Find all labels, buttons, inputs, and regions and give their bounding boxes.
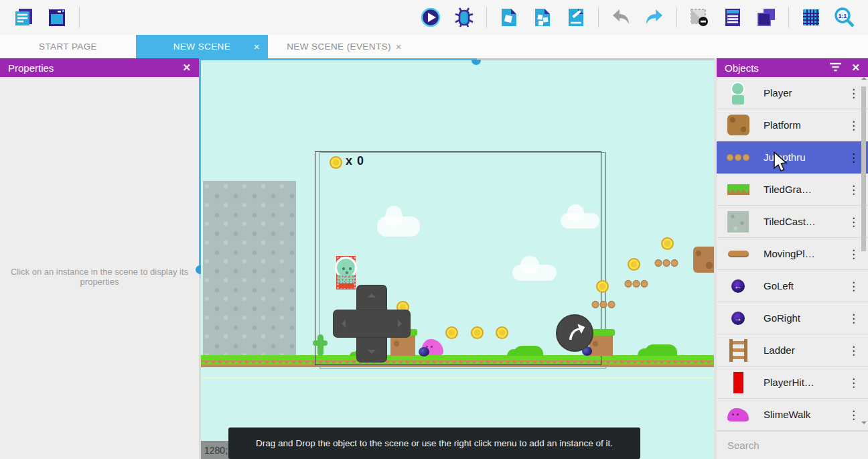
add-object-document-icon bbox=[498, 7, 520, 28]
coin-instance[interactable] bbox=[471, 326, 484, 339]
undo-button[interactable] bbox=[610, 7, 632, 28]
toolbar-separator bbox=[676, 7, 677, 27]
bush-instance[interactable] bbox=[645, 344, 677, 356]
object-list-item[interactable]: Ladder ⋮ bbox=[717, 334, 868, 367]
filter-icon[interactable] bbox=[829, 62, 842, 74]
main-toolbar: 1:1 bbox=[0, 0, 868, 35]
preview-play-button[interactable] bbox=[420, 7, 441, 28]
object-menu-icon[interactable]: ⋮ bbox=[848, 87, 859, 99]
project-manager-icon bbox=[13, 7, 34, 28]
jumpthru-instance[interactable] bbox=[624, 279, 648, 288]
object-menu-icon[interactable]: ⋮ bbox=[848, 151, 859, 163]
start-page-button[interactable] bbox=[46, 7, 68, 28]
svg-text:1:1: 1:1 bbox=[839, 13, 847, 19]
object-list-item[interactable]: SlimeWalk ⋮ bbox=[717, 399, 868, 431]
object-menu-icon[interactable]: ⋮ bbox=[848, 119, 859, 131]
object-list-item[interactable]: TiledGra… ⋮ bbox=[717, 174, 868, 206]
close-tab-icon[interactable]: × bbox=[254, 41, 260, 52]
tab-new-scene-events[interactable]: NEW SCENE (EVENTS)× bbox=[268, 35, 410, 58]
jumpthru-instance[interactable] bbox=[591, 300, 616, 309]
bush-instance[interactable] bbox=[514, 346, 543, 356]
object-menu-icon[interactable]: ⋮ bbox=[848, 280, 859, 291]
toolbar-separator bbox=[486, 7, 487, 27]
object-menu-icon[interactable]: ⋮ bbox=[848, 248, 859, 259]
coin-instance[interactable] bbox=[661, 237, 674, 250]
player-instance[interactable] bbox=[336, 256, 356, 289]
tab-new-scene[interactable]: NEW SCENE× bbox=[136, 35, 268, 58]
object-menu-icon[interactable]: ⋮ bbox=[848, 216, 859, 227]
coin-instance[interactable] bbox=[496, 326, 508, 339]
object-list-item[interactable]: Player ⋮ bbox=[717, 77, 868, 109]
delete-instances-button[interactable] bbox=[689, 7, 710, 28]
search-input[interactable] bbox=[726, 439, 862, 452]
object-list-item[interactable]: PlayerHit… ⋮ bbox=[717, 367, 868, 399]
platform-instance[interactable] bbox=[693, 247, 714, 273]
object-thumbnail-icon: ← bbox=[731, 279, 745, 293]
edit-document-icon bbox=[565, 7, 587, 28]
scrollbar-down-icon[interactable] bbox=[861, 421, 867, 424]
object-name-label: MovingPl… bbox=[764, 248, 815, 259]
object-list-item[interactable]: Jumpthru ⋮ bbox=[717, 141, 868, 174]
object-menu-icon[interactable]: ⋮ bbox=[848, 377, 859, 388]
dpad-right-arrow-icon bbox=[398, 320, 402, 328]
dirt-block-instance[interactable] bbox=[589, 334, 613, 356]
coin-instance[interactable] bbox=[628, 258, 640, 271]
objects-list: Player ⋮ Platform ⋮ Jumpthru ⋮ TiledGra…… bbox=[717, 77, 868, 431]
tab-label: START PAGE bbox=[39, 42, 97, 52]
object-menu-icon[interactable]: ⋮ bbox=[848, 184, 859, 195]
grid-button[interactable] bbox=[800, 7, 822, 28]
dpad-left-arrow-icon bbox=[342, 320, 346, 328]
jumpthru-instance[interactable] bbox=[654, 259, 678, 267]
object-list-item[interactable]: TiledCast… ⋮ bbox=[717, 206, 868, 238]
object-menu-icon[interactable]: ⋮ bbox=[848, 312, 859, 324]
below-ground-guide-line bbox=[201, 377, 714, 379]
resize-handle-dot[interactable] bbox=[472, 60, 481, 65]
tab-start-page[interactable]: START PAGE bbox=[0, 35, 136, 58]
debug-icon bbox=[453, 7, 475, 28]
object-list-item[interactable]: ← GoLeft ⋮ bbox=[717, 270, 868, 302]
scene-editor-canvas[interactable]: x 0 bbox=[201, 58, 714, 459]
castle-tower-instance[interactable] bbox=[203, 181, 296, 355]
coin-instance[interactable] bbox=[596, 280, 609, 293]
project-manager-button[interactable] bbox=[13, 7, 34, 28]
object-name-label: GoLeft bbox=[764, 280, 794, 291]
zoom-original-button[interactable]: 1:1 bbox=[834, 7, 855, 28]
debug-button[interactable] bbox=[453, 7, 475, 28]
object-thumbnail-icon bbox=[729, 339, 747, 362]
close-objects-icon[interactable]: ✕ bbox=[851, 62, 860, 74]
redo-button[interactable] bbox=[644, 7, 665, 28]
object-menu-icon[interactable]: ⋮ bbox=[848, 409, 859, 420]
coin-instance[interactable] bbox=[445, 326, 458, 339]
panel-resize-divider-top[interactable] bbox=[201, 58, 714, 60]
object-name-label: TiledGra… bbox=[764, 184, 812, 195]
scrollbar-thumb[interactable] bbox=[861, 86, 866, 251]
object-list-item[interactable]: MovingPl… ⋮ bbox=[717, 238, 868, 270]
instances-list-button[interactable] bbox=[722, 7, 743, 28]
dpad-control-instance[interactable] bbox=[334, 285, 410, 362]
layers-button[interactable] bbox=[755, 7, 777, 28]
toolbar-separator bbox=[598, 7, 599, 27]
object-name-label: Ladder bbox=[764, 344, 795, 356]
object-thumbnail-icon bbox=[733, 372, 743, 393]
ball-instance[interactable] bbox=[419, 347, 429, 356]
cactus-instance[interactable] bbox=[313, 334, 328, 356]
object-list-item[interactable]: Platform ⋮ bbox=[717, 109, 868, 141]
object-thumbnail-icon bbox=[728, 251, 749, 257]
close-tab-icon[interactable]: × bbox=[396, 41, 402, 52]
coin-counter-label: x 0 bbox=[346, 154, 364, 168]
scrollbar-up-icon[interactable] bbox=[861, 77, 867, 80]
coin-counter-icon[interactable] bbox=[330, 156, 342, 169]
properties-title: Properties bbox=[8, 62, 54, 74]
edit-document-button[interactable] bbox=[565, 7, 587, 28]
workspace: Properties ✕ Click on an instance in the… bbox=[0, 58, 868, 459]
jump-button-instance[interactable] bbox=[556, 314, 593, 352]
object-menu-icon[interactable]: ⋮ bbox=[848, 344, 859, 356]
object-list-item[interactable]: → GoRight ⋮ bbox=[717, 302, 868, 334]
objects-document-button[interactable] bbox=[532, 7, 553, 28]
object-name-label: TiledCast… bbox=[764, 216, 816, 227]
close-properties-icon[interactable]: ✕ bbox=[182, 62, 191, 74]
objects-scrollbar[interactable] bbox=[861, 78, 867, 424]
objects-title: Objects bbox=[725, 62, 759, 74]
add-object-document-button[interactable] bbox=[498, 7, 520, 28]
object-name-label: Player bbox=[764, 87, 792, 99]
